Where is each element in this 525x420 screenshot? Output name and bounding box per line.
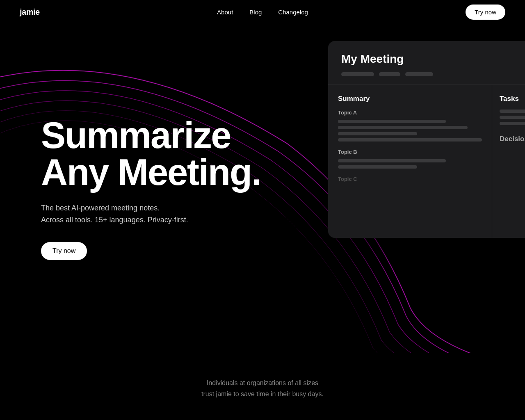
hero-content: Summarize Any Meeting. The best AI-power… [0, 117, 261, 260]
mockup-tab-2 [379, 72, 400, 76]
mockup-decisions-title: Decisio... [500, 135, 525, 143]
mockup-line-3 [338, 132, 417, 135]
navbar: jamie About Blog Changelog Try now [0, 0, 525, 24]
hero-subtitle-line2: Across all tools. 15+ languages. Privacy… [41, 216, 188, 224]
hero-title: Summarize Any Meeting. [41, 117, 261, 191]
mockup-meeting-title: My Meeting [341, 52, 525, 66]
mockup-body: Summary Topic A Topic B Topic C Tasks De… [328, 85, 525, 238]
hero-subtitle: The best AI-powered meeting notes. Acros… [41, 202, 261, 226]
social-proof-line1: Individuals at organizations of all size… [207, 379, 318, 386]
hero-title-line2: Any Meeting. [41, 152, 261, 193]
mockup-line-5 [338, 159, 446, 162]
mockup-summary-panel: Summary Topic A Topic B Topic C [328, 85, 492, 238]
mockup-header: My Meeting [328, 41, 525, 85]
mockup-tab-3 [405, 72, 433, 76]
mockup-line-1 [338, 120, 446, 123]
app-mockup: My Meeting Summary Topic A Topic B Topic… [328, 41, 525, 238]
mockup-tab-1 [341, 72, 374, 76]
social-proof-line2: trust jamie to save time in their busy d… [201, 390, 324, 397]
hero-section: Summarize Any Meeting. The best AI-power… [0, 0, 525, 353]
mockup-tasks-title: Tasks [500, 95, 525, 103]
social-proof-text: Individuals at organizations of all size… [16, 377, 509, 399]
mockup-tabs [341, 72, 525, 76]
mockup-summary-title: Summary [338, 95, 482, 103]
mockup-topic-c: Topic C [338, 176, 482, 182]
logo[interactable]: jamie [20, 7, 40, 17]
mockup-line-4 [338, 138, 482, 142]
mockup-line-6 [338, 165, 417, 169]
mockup-topic-a: Topic A [338, 110, 482, 116]
nav-try-now-button[interactable]: Try now [466, 5, 505, 20]
hero-title-line1: Summarize [41, 115, 231, 156]
mockup-line-2 [338, 126, 468, 129]
mockup-right-panel: Tasks Decisio... [492, 85, 525, 238]
hero-subtitle-line1: The best AI-powered meeting notes. [41, 204, 160, 212]
mockup-topic-b: Topic B [338, 149, 482, 155]
nav-blog[interactable]: Blog [249, 9, 262, 16]
nav-links: About Blog Changelog [217, 9, 308, 16]
mockup-task-line-2 [500, 116, 525, 119]
nav-changelog[interactable]: Changelog [278, 9, 308, 16]
mockup-task-line-3 [500, 122, 525, 125]
social-proof-section: Individuals at organizations of all size… [0, 353, 525, 420]
nav-about[interactable]: About [217, 9, 233, 16]
mockup-task-line-1 [500, 110, 525, 113]
hero-try-now-button[interactable]: Try now [41, 242, 87, 260]
